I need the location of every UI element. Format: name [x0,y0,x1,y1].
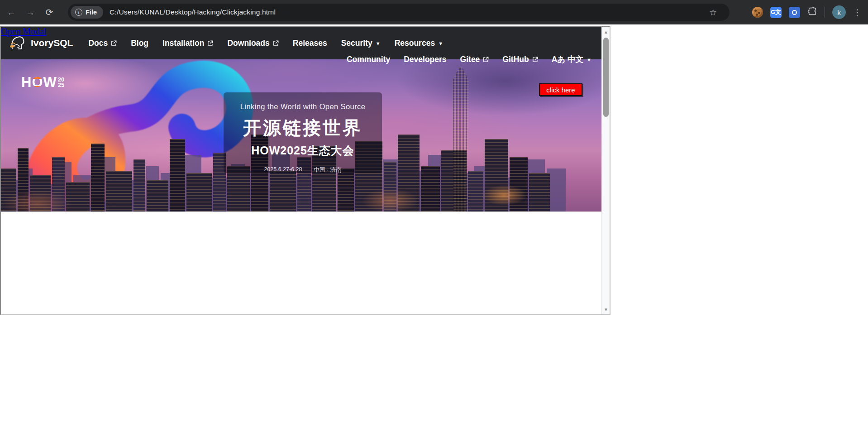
toolbar-divider [825,7,825,18]
nav-developers[interactable]: Developers [404,54,446,65]
hero-location: 中国 · 济南 [314,166,342,174]
hero-subtitle: HOW2025生态大会 [251,143,354,158]
chevron-down-icon: ▼ [587,57,591,63]
nav-github[interactable]: GitHub [502,54,538,65]
bookmark-star-icon[interactable]: ☆ [709,7,717,18]
nav-community[interactable]: Community [347,54,390,65]
external-link-icon [532,57,538,63]
scroll-down-icon[interactable]: ▼ [602,306,610,313]
nav-resources[interactable]: Resources ▼ [395,39,443,48]
hero-date-row: 2025.6.27-6.28 中国 · 济南 [264,166,341,174]
info-icon: i [75,9,82,16]
hero-banner: HOW 20 25 Linking the World with Open So… [1,59,601,212]
browser-toolbar: ← → ⟳ i File C:/Users/KUNAL/Desktop/Hack… [0,0,868,24]
nav-downloads[interactable]: Downloads [227,39,278,48]
site-chip-label: File [86,9,97,16]
hero-title: 开源链接世界 [243,116,362,140]
scroll-up-icon[interactable]: ▲ [602,28,610,35]
toolbar-extensions: G文 k ⋮ [752,0,868,24]
extensions-puzzle-icon[interactable] [807,6,817,18]
open-modal-link[interactable]: Open Modal [1,26,47,37]
url-text[interactable]: C:/Users/KUNAL/Desktop/Hacking/Clickjack… [110,8,276,16]
translate-extension-icon[interactable]: G文 [770,7,782,18]
chevron-down-icon: ▼ [438,41,443,46]
click-here-button[interactable]: click here [539,83,582,96]
nav-docs[interactable]: Docs [88,39,117,48]
external-link-icon [273,40,279,46]
address-bar[interactable]: i File C:/Users/KUNAL/Desktop/Hacking/Cl… [68,4,730,21]
nav-installation[interactable]: Installation [162,39,213,48]
nav-primary: Docs Blog Installation Downloads Release… [88,39,443,48]
forward-icon[interactable]: → [23,5,38,20]
refresh-icon[interactable]: ⟳ [42,5,57,20]
nav-secondary: Community Developers Gitee GitHub Aあ 中文 … [1,54,591,65]
external-link-icon [207,40,213,46]
hero-date: 2025.6.27-6.28 [264,166,302,174]
scrollbar-thumb[interactable] [603,38,609,117]
browser-window: ← → ⟳ i File C:/Users/KUNAL/Desktop/Hack… [0,0,868,438]
hero-tagline: Linking the World with Open Source [240,102,366,111]
cookie-extension-icon[interactable] [752,7,763,18]
iframe-scrollbar[interactable]: ▲ ▼ [601,27,610,314]
nav-blog[interactable]: Blog [131,39,148,48]
nav-releases[interactable]: Releases [293,39,327,48]
hero-text-panel: Linking the World with Open Source 开源链接世… [224,92,382,173]
profile-avatar[interactable]: k [832,5,846,19]
brand-name: IvorySQL [31,38,73,48]
ivorysql-elephant-logo-icon [8,34,26,52]
site-info-chip[interactable]: i File [71,6,103,19]
nav-security[interactable]: Security ▼ [341,39,381,48]
how2025-logo: HOW 20 25 [21,76,64,89]
brand[interactable]: IvorySQL [8,34,73,52]
back-icon[interactable]: ← [4,5,19,20]
browser-menu-icon[interactable]: ⋮ [853,7,862,18]
screenshot-extension-icon[interactable] [789,7,800,18]
nav-gitee[interactable]: Gitee [460,54,489,65]
external-link-icon [111,40,117,46]
chevron-down-icon: ▼ [376,41,381,46]
language-selector[interactable]: Aあ 中文 ▼ [552,54,591,65]
clickjacking-iframe: IvorySQL Docs Blog Installation Download… [0,26,610,315]
external-link-icon [483,57,489,63]
